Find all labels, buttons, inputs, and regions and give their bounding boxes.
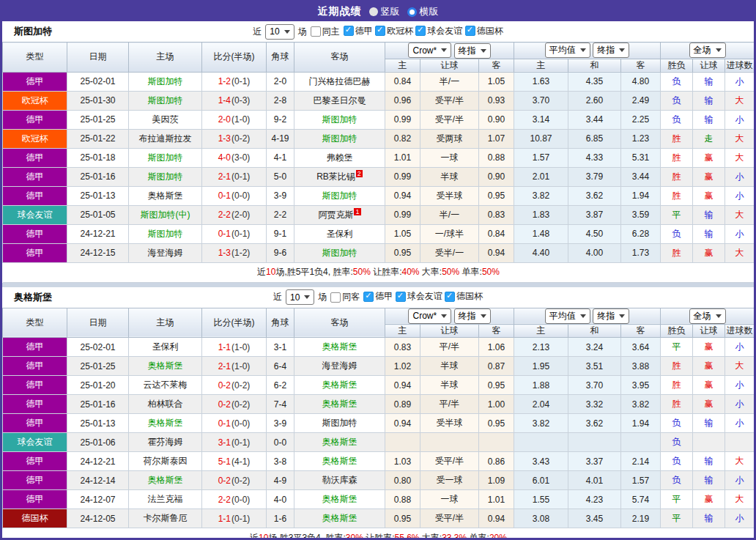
goals-over-under-result: 小 [725,376,755,395]
checkbox-checked-icon[interactable] [396,292,406,302]
euro-final-odds-select[interactable]: 终指 [593,308,629,324]
euro-home-odds: 3.70 [514,91,568,110]
score-cell: 0-2(0-2) [202,376,267,395]
league-badge: 德甲 [3,357,67,376]
same-side-filter[interactable]: 同客 [330,291,360,303]
away-team: 勒沃库森 [294,471,385,490]
halftime-score: (0-1) [231,514,250,524]
league-filter-checkbox[interactable]: 德国杯 [445,290,483,303]
handicap-result: 赢 [693,490,725,509]
halftime-score: (2-0) [231,210,250,220]
avg-odds-select[interactable]: 平均值 [545,42,590,58]
layout-horizontal-option[interactable]: 横版 [407,5,439,18]
fulltime-score: 0-1 [218,229,231,239]
euro-away-odds: 2.25 [621,110,661,129]
asia-away-odds: 0.88 [479,148,514,167]
league-badge: 德甲 [3,414,67,433]
euro-draw-odds: 3.62 [568,186,621,205]
asia-home-odds: 0.83 [385,338,420,357]
asia-home-odds: 0.99 [385,205,420,224]
handicap-result: 赢 [693,243,725,262]
league-filter-checkbox[interactable]: 球会友谊 [415,25,462,37]
checkbox-checked-icon[interactable] [363,292,374,302]
chevron-down-icon [716,314,722,318]
euro-final-odds-select[interactable]: 终指 [593,42,629,58]
euro-draw-odds: 3.32 [568,395,621,414]
scope-select[interactable]: 全场 [689,42,726,58]
euro-away-odds: 3.82 [621,395,661,414]
same-side-label: 同主 [322,26,340,38]
league-filter-checkbox[interactable]: 欧冠杯 [375,25,413,37]
asia-final-odds-select[interactable]: 终指 [454,308,491,324]
euro-home-odds [514,433,568,452]
away-team: 海登海姆 [294,357,385,376]
same-side-filter[interactable]: 同主 [311,26,340,38]
halftime-score: (0-2) [231,476,250,486]
euro-draw-odds: 3.87 [568,205,621,224]
match-row: 德甲 25-01-25 奥格斯堡 2-1(1-0) 6-4 海登海姆 1.02 … [3,357,755,376]
col-date: 日期 [67,308,129,338]
col-corner: 角球 [267,42,294,73]
odds-provider-select[interactable]: Crow* [408,42,451,58]
asia-handicap: 半/一 [420,205,479,224]
checkbox-checked-icon[interactable] [445,292,455,302]
halftime-score: (3-0) [231,152,250,163]
halftime-score: (0-2) [231,133,250,144]
asia-home-odds: 0.99 [385,110,420,129]
odds-provider-select[interactable]: Crow* [408,308,451,324]
layout-vertical-option[interactable]: 竖版 [369,5,400,18]
match-date: 24-12-14 [67,471,129,490]
league-filter-label: 欧冠杯 [387,25,413,37]
goals-over-under-result: 小 [725,224,755,243]
asia-home-odds [385,433,420,452]
league-filter-checkbox[interactable]: 德国杯 [465,25,503,37]
score-cell: 0-2(0-2) [202,395,267,414]
match-row: 德甲 24-12-07 法兰克福 2-2(0-0) 4-0 奥格斯堡 0.88 … [3,490,755,509]
checkbox-checked-icon[interactable] [375,26,385,36]
asia-away-odds: 0.84 [479,224,514,243]
asia-handicap: 平/半 [420,395,479,414]
match-row: 德国杯 24-12-05 卡尔斯鲁厄 1-1(0-1) 1-6 奥格斯堡 0.9… [3,509,755,528]
corner-score: 1-6 [267,509,294,528]
fulltime-score: 1-2 [218,76,231,86]
euro-away-odds: 2.19 [621,509,661,528]
checkbox-unchecked-icon[interactable] [330,292,341,303]
win-draw-loss-result: 负 [661,414,693,433]
league-filter-checkbox[interactable]: 德甲 [363,290,393,303]
match-date: 25-01-20 [67,376,129,395]
goals-over-under-result: 小 [725,395,755,414]
goals-over-under-result: 小 [725,338,755,357]
red-card-badge: 1 [354,208,360,215]
league-filter-checkbox[interactable]: 德甲 [344,25,373,37]
radio-unchecked-icon[interactable] [369,7,378,16]
chevron-down-icon [716,48,722,52]
fulltime-score: 0-1 [218,191,231,201]
handicap-result: 走 [693,129,725,148]
fulltime-score: 5-1 [218,456,231,467]
matches-count-select[interactable]: 10 [286,289,314,305]
checkbox-checked-icon[interactable] [344,26,354,36]
home-team: 法兰克福 [129,490,202,509]
halftime-score: (0-1) [231,229,250,239]
euro-away-odds: 1.94 [621,186,661,205]
match-row: 德甲 24-12-21 斯图加特 0-1(0-1) 9-1 圣保利 1.05 一… [3,224,755,243]
matches-count-select[interactable]: 10 [265,24,294,40]
checkbox-checked-icon[interactable] [465,26,475,36]
scope-select[interactable]: 全场 [689,308,726,324]
league-filter-checkbox[interactable]: 球会友谊 [396,290,442,303]
corner-score: 3-9 [267,414,294,433]
asia-final-odds-select[interactable]: 终指 [454,43,491,59]
chevron-down-icon [580,314,586,318]
team-name: 斯图加特 [14,25,52,38]
avg-odds-select[interactable]: 平均值 [545,308,590,324]
checkbox-unchecked-icon[interactable] [311,26,321,37]
fulltime-score: 1-3 [218,248,231,258]
team-name: 奥格斯堡 [14,291,52,304]
chevron-down-icon [304,295,310,299]
match-row: 欧冠杯 25-01-30 斯图加特 1-4(0-3) 2-8 巴黎圣日尔曼 0.… [3,91,755,110]
checkbox-checked-icon[interactable] [415,26,426,36]
radio-checked-icon[interactable] [407,7,417,17]
same-side-label: 同客 [342,291,360,303]
corner-score: 9-1 [267,224,294,243]
match-row: 德甲 25-02-01 斯图加特 1-2(0-1) 2-0 门兴格拉德巴赫 0.… [3,72,755,91]
